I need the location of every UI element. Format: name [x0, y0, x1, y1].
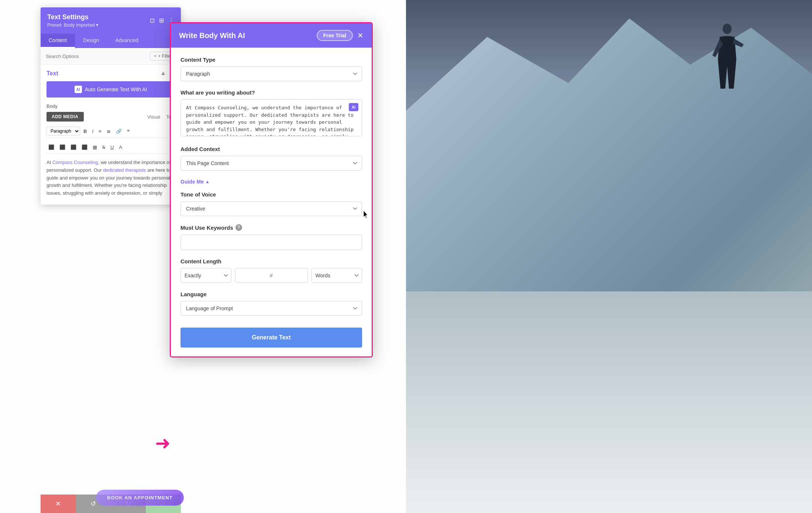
writing-about-label: What are you writing about? [180, 89, 362, 96]
modal-header-right: Free Trial ✕ [317, 30, 364, 41]
language-select[interactable]: Language of Prompt English Spanish Frenc… [180, 301, 362, 316]
align-left-button[interactable]: ⬛ [47, 143, 56, 151]
tone-label: Tone of Voice [180, 191, 362, 198]
columns-icon[interactable]: ⊞ [159, 17, 164, 24]
editor-toolbar: Paragraph B I ≡ ≣ 🔗 ❝ [47, 124, 175, 138]
keywords-label: Must Use Keywords ? [180, 224, 362, 231]
cancel-button[interactable]: ✕ [41, 495, 76, 513]
content-type-label: Content Type [180, 57, 362, 63]
ai-icon: AI [75, 86, 82, 93]
ai-badge-corner: AI [349, 103, 358, 111]
tab-design[interactable]: Design [75, 34, 107, 48]
modal-title: Write Body With AI [179, 31, 245, 40]
arrow-indicator: ➜ [155, 432, 171, 454]
exactly-select[interactable]: Exactly At Least At Most [180, 268, 231, 283]
italic-button[interactable]: I [90, 127, 95, 135]
color-button[interactable]: A [117, 143, 124, 151]
underline-button[interactable]: U [109, 143, 116, 151]
section-header: Text ▲ ⋮ [47, 70, 175, 77]
added-context-select[interactable]: This Page Content Custom None [180, 156, 362, 171]
content-length-group: Content Length Exactly At Least At Most … [180, 258, 362, 283]
add-media-button[interactable]: ADD MEDIA [47, 112, 84, 122]
ai-modal: Write Body With AI Free Trial ✕ Content … [170, 22, 373, 358]
panel-section-text: Text ▲ ⋮ AI Auto Generate Text With AI B… [41, 65, 181, 205]
text-at: At [47, 160, 52, 165]
search-input[interactable] [46, 54, 150, 59]
content-type-select[interactable]: Paragraph Heading List [180, 66, 362, 81]
body-label: Body [47, 103, 175, 109]
align-justify-button[interactable]: ⬛ [80, 143, 89, 151]
panel-header-info: Text Settings Preset: Body imported ▾ [47, 13, 99, 28]
language-group: Language Language of Prompt English Span… [180, 291, 362, 316]
ai-generate-button[interactable]: AI Auto Generate Text With AI [47, 81, 175, 98]
align-right-button[interactable]: ⬛ [69, 143, 78, 151]
toolbar-format-group: Paragraph B I ≡ ≣ 🔗 ❝ [47, 127, 131, 136]
panel-header: Text Settings Preset: Body imported ▾ ⊡ … [41, 7, 181, 34]
background-image-area [406, 0, 812, 513]
ul-button[interactable]: ≡ [97, 127, 103, 135]
ai-generate-label: Auto Generate Text With AI [85, 86, 147, 92]
book-appointment-button[interactable]: BOOK AN APPOINTMENT [96, 490, 184, 506]
panel-tabs: Content Design Advanced [41, 34, 181, 48]
svg-point-0 [723, 24, 732, 34]
modal-body: Content Type Paragraph Heading List What… [171, 48, 372, 356]
mountain-bg [406, 0, 812, 185]
writing-about-group: What are you writing about? At Compass C… [180, 89, 362, 138]
writing-about-textarea[interactable]: At Compass Counseling, we understand the… [180, 99, 362, 136]
paragraph-select[interactable]: Paragraph [47, 127, 80, 136]
textarea-wrapper: At Compass Counseling, we understand the… [180, 99, 362, 138]
quote-button[interactable]: ❝ [125, 127, 131, 135]
expand-icon[interactable]: ⊡ [150, 17, 155, 24]
ol-button[interactable]: ≣ [105, 127, 113, 135]
link-button[interactable]: 🔗 [114, 127, 124, 135]
strikethrough-button[interactable]: S̶ [100, 143, 107, 151]
keywords-group: Must Use Keywords ? [180, 224, 362, 250]
table-button[interactable]: ▦ [91, 143, 99, 151]
free-trial-badge: Free Trial [317, 30, 353, 41]
body-text-content: At Compass Counseling, we understand the… [47, 157, 175, 199]
align-center-button[interactable]: ⬛ [58, 143, 67, 151]
panel-subtitle: Preset: Body imported ▾ [47, 22, 99, 28]
toolbar-align-group: ⬛ ⬛ ⬛ ⬛ ▦ S̶ U A [47, 143, 124, 151]
content-type-group: Content Type Paragraph Heading List [180, 57, 362, 81]
modal-header: Write Body With AI Free Trial ✕ [171, 23, 372, 48]
tone-group: Tone of Voice Creative Professional Casu… [180, 191, 362, 216]
tab-advanced[interactable]: Advanced [107, 34, 147, 48]
tab-content[interactable]: Content [41, 34, 75, 48]
filter-plus-icon: + [154, 54, 156, 59]
added-context-group: Added Context This Page Content Custom N… [180, 146, 362, 171]
keywords-help-icon[interactable]: ? [235, 224, 242, 231]
length-number-input[interactable] [235, 268, 308, 283]
modal-close-button[interactable]: ✕ [357, 32, 364, 39]
lower-bg [406, 291, 812, 513]
words-select[interactable]: Words Sentences Paragraphs [312, 268, 362, 283]
content-length-row: Exactly At Least At Most Words Sentences… [180, 268, 362, 283]
collapse-icon[interactable]: ▲ [160, 70, 166, 77]
text-settings-panel: Text Settings Preset: Body imported ▾ ⊡ … [41, 7, 181, 205]
visual-label[interactable]: Visual [147, 114, 160, 120]
guide-me-label: Guide Me [180, 179, 204, 185]
add-media-row: ADD MEDIA Visual Text [47, 112, 175, 122]
keywords-input[interactable] [180, 235, 362, 250]
bold-button[interactable]: B [82, 127, 89, 135]
panel-search-bar: + + Filter [41, 48, 181, 65]
guide-me-arrow-icon: ▲ [205, 179, 210, 184]
generate-text-button[interactable]: Generate Text [180, 328, 362, 348]
person-silhouette [709, 22, 746, 103]
text-compass: Compass Counseling [52, 160, 98, 165]
content-length-label: Content Length [180, 258, 362, 264]
text-dedicated: dedicated therapists [103, 167, 146, 173]
section-title: Text [47, 70, 58, 77]
language-label: Language [180, 291, 362, 297]
added-context-label: Added Context [180, 146, 362, 152]
guide-me-link[interactable]: Guide Me ▲ [180, 179, 362, 185]
panel-title: Text Settings [47, 13, 99, 21]
editor-toolbar-2: ⬛ ⬛ ⬛ ⬛ ▦ S̶ U A [47, 141, 175, 154]
tone-select[interactable]: Creative Professional Casual Formal [180, 201, 362, 216]
